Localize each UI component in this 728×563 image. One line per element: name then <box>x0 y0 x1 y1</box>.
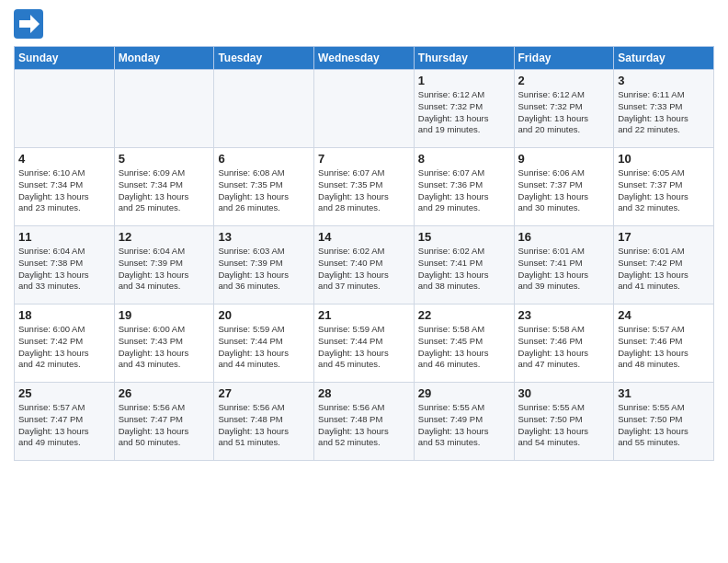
col-header-tuesday: Tuesday <box>214 47 314 70</box>
day-number: 15 <box>418 230 510 244</box>
header-row: SundayMondayTuesdayWednesdayThursdayFrid… <box>15 47 714 70</box>
calendar-cell: 17Sunrise: 6:01 AM Sunset: 7:42 PM Dayli… <box>614 226 714 304</box>
calendar-cell: 6Sunrise: 6:08 AM Sunset: 7:35 PM Daylig… <box>214 148 314 226</box>
day-info: Sunrise: 6:07 AM Sunset: 7:36 PM Dayligh… <box>418 167 510 214</box>
calendar-cell: 22Sunrise: 5:58 AM Sunset: 7:45 PM Dayli… <box>414 304 514 383</box>
calendar-cell: 13Sunrise: 6:03 AM Sunset: 7:39 PM Dayli… <box>214 226 314 304</box>
day-info: Sunrise: 6:05 AM Sunset: 7:37 PM Dayligh… <box>618 167 710 214</box>
day-number: 23 <box>518 308 610 322</box>
day-number: 1 <box>418 74 510 87</box>
day-number: 17 <box>618 230 710 244</box>
calendar-cell: 7Sunrise: 6:07 AM Sunset: 7:35 PM Daylig… <box>314 148 415 226</box>
day-info: Sunrise: 5:59 AM Sunset: 7:44 PM Dayligh… <box>318 324 410 371</box>
col-header-saturday: Saturday <box>614 47 714 70</box>
day-info: Sunrise: 6:06 AM Sunset: 7:37 PM Dayligh… <box>518 167 610 214</box>
day-number: 5 <box>119 152 210 166</box>
col-header-friday: Friday <box>514 47 614 70</box>
calendar-cell: 27Sunrise: 5:56 AM Sunset: 7:48 PM Dayli… <box>214 383 314 461</box>
calendar-cell: 31Sunrise: 5:55 AM Sunset: 7:50 PM Dayli… <box>614 383 714 461</box>
calendar-cell: 3Sunrise: 6:11 AM Sunset: 7:33 PM Daylig… <box>614 70 714 148</box>
day-number: 6 <box>218 152 310 166</box>
header <box>14 9 714 39</box>
calendar-cell <box>114 70 214 148</box>
day-info: Sunrise: 5:55 AM Sunset: 7:50 PM Dayligh… <box>518 402 610 449</box>
calendar-cell: 18Sunrise: 6:00 AM Sunset: 7:42 PM Dayli… <box>15 304 115 383</box>
calendar-cell: 1Sunrise: 6:12 AM Sunset: 7:32 PM Daylig… <box>414 70 514 148</box>
day-info: Sunrise: 6:11 AM Sunset: 7:33 PM Dayligh… <box>618 89 710 136</box>
week-row-4: 18Sunrise: 6:00 AM Sunset: 7:42 PM Dayli… <box>15 304 714 383</box>
calendar-cell: 16Sunrise: 6:01 AM Sunset: 7:41 PM Dayli… <box>514 226 614 304</box>
calendar-cell: 8Sunrise: 6:07 AM Sunset: 7:36 PM Daylig… <box>414 148 514 226</box>
day-info: Sunrise: 5:56 AM Sunset: 7:47 PM Dayligh… <box>119 402 210 449</box>
calendar-cell: 23Sunrise: 5:58 AM Sunset: 7:46 PM Dayli… <box>514 304 614 383</box>
day-info: Sunrise: 6:04 AM Sunset: 7:39 PM Dayligh… <box>119 246 210 293</box>
day-info: Sunrise: 5:57 AM Sunset: 7:46 PM Dayligh… <box>618 324 710 371</box>
day-info: Sunrise: 5:56 AM Sunset: 7:48 PM Dayligh… <box>318 402 410 449</box>
calendar-cell: 26Sunrise: 5:56 AM Sunset: 7:47 PM Dayli… <box>114 383 214 461</box>
calendar-cell: 4Sunrise: 6:10 AM Sunset: 7:34 PM Daylig… <box>15 148 115 226</box>
week-row-3: 11Sunrise: 6:04 AM Sunset: 7:38 PM Dayli… <box>15 226 714 304</box>
day-info: Sunrise: 5:59 AM Sunset: 7:44 PM Dayligh… <box>218 324 310 371</box>
day-info: Sunrise: 6:09 AM Sunset: 7:34 PM Dayligh… <box>119 167 210 214</box>
calendar-cell: 29Sunrise: 5:55 AM Sunset: 7:49 PM Dayli… <box>414 383 514 461</box>
day-number: 22 <box>418 308 510 322</box>
col-header-thursday: Thursday <box>414 47 514 70</box>
day-number: 11 <box>18 230 110 244</box>
calendar-cell: 10Sunrise: 6:05 AM Sunset: 7:37 PM Dayli… <box>614 148 714 226</box>
day-info: Sunrise: 6:01 AM Sunset: 7:42 PM Dayligh… <box>618 246 710 293</box>
day-info: Sunrise: 6:08 AM Sunset: 7:35 PM Dayligh… <box>218 167 310 214</box>
day-number: 12 <box>119 230 210 244</box>
day-number: 20 <box>218 308 310 322</box>
calendar-cell <box>15 70 115 148</box>
day-info: Sunrise: 6:02 AM Sunset: 7:41 PM Dayligh… <box>418 246 510 293</box>
day-number: 3 <box>618 74 710 87</box>
calendar-cell <box>214 70 314 148</box>
day-info: Sunrise: 6:10 AM Sunset: 7:34 PM Dayligh… <box>18 167 110 214</box>
day-number: 27 <box>218 386 310 400</box>
day-info: Sunrise: 5:58 AM Sunset: 7:45 PM Dayligh… <box>418 324 510 371</box>
calendar-cell: 11Sunrise: 6:04 AM Sunset: 7:38 PM Dayli… <box>15 226 115 304</box>
logo <box>14 9 47 39</box>
calendar-cell: 2Sunrise: 6:12 AM Sunset: 7:32 PM Daylig… <box>514 70 614 148</box>
week-row-1: 1Sunrise: 6:12 AM Sunset: 7:32 PM Daylig… <box>15 70 714 148</box>
calendar-cell: 12Sunrise: 6:04 AM Sunset: 7:39 PM Dayli… <box>114 226 214 304</box>
calendar-cell: 24Sunrise: 5:57 AM Sunset: 7:46 PM Dayli… <box>614 304 714 383</box>
day-info: Sunrise: 5:55 AM Sunset: 7:50 PM Dayligh… <box>618 402 710 449</box>
day-number: 29 <box>418 386 510 400</box>
day-info: Sunrise: 5:55 AM Sunset: 7:49 PM Dayligh… <box>418 402 510 449</box>
day-info: Sunrise: 6:00 AM Sunset: 7:42 PM Dayligh… <box>18 324 110 371</box>
day-info: Sunrise: 5:57 AM Sunset: 7:47 PM Dayligh… <box>18 402 110 449</box>
day-info: Sunrise: 6:03 AM Sunset: 7:39 PM Dayligh… <box>218 246 310 293</box>
day-info: Sunrise: 5:56 AM Sunset: 7:48 PM Dayligh… <box>218 402 310 449</box>
calendar-cell: 9Sunrise: 6:06 AM Sunset: 7:37 PM Daylig… <box>514 148 614 226</box>
day-number: 18 <box>18 308 110 322</box>
day-info: Sunrise: 6:01 AM Sunset: 7:41 PM Dayligh… <box>518 246 610 293</box>
day-number: 16 <box>518 230 610 244</box>
day-info: Sunrise: 6:12 AM Sunset: 7:32 PM Dayligh… <box>418 89 510 136</box>
day-info: Sunrise: 6:02 AM Sunset: 7:40 PM Dayligh… <box>318 246 410 293</box>
calendar-cell: 20Sunrise: 5:59 AM Sunset: 7:44 PM Dayli… <box>214 304 314 383</box>
calendar-cell: 21Sunrise: 5:59 AM Sunset: 7:44 PM Dayli… <box>314 304 415 383</box>
day-number: 13 <box>218 230 310 244</box>
day-number: 2 <box>518 74 610 87</box>
day-info: Sunrise: 6:07 AM Sunset: 7:35 PM Dayligh… <box>318 167 410 214</box>
logo-icon <box>14 9 43 39</box>
day-number: 14 <box>318 230 410 244</box>
calendar-cell: 14Sunrise: 6:02 AM Sunset: 7:40 PM Dayli… <box>314 226 415 304</box>
calendar-cell: 30Sunrise: 5:55 AM Sunset: 7:50 PM Dayli… <box>514 383 614 461</box>
col-header-sunday: Sunday <box>15 47 115 70</box>
calendar-cell: 15Sunrise: 6:02 AM Sunset: 7:41 PM Dayli… <box>414 226 514 304</box>
day-number: 28 <box>318 386 410 400</box>
week-row-5: 25Sunrise: 5:57 AM Sunset: 7:47 PM Dayli… <box>15 383 714 461</box>
col-header-wednesday: Wednesday <box>314 47 415 70</box>
calendar-table: SundayMondayTuesdayWednesdayThursdayFrid… <box>14 46 714 461</box>
calendar-cell: 19Sunrise: 6:00 AM Sunset: 7:43 PM Dayli… <box>114 304 214 383</box>
day-number: 25 <box>18 386 110 400</box>
day-number: 9 <box>518 152 610 166</box>
day-number: 4 <box>18 152 110 166</box>
day-number: 7 <box>318 152 410 166</box>
calendar-cell: 25Sunrise: 5:57 AM Sunset: 7:47 PM Dayli… <box>15 383 115 461</box>
page-container: SundayMondayTuesdayWednesdayThursdayFrid… <box>0 0 728 465</box>
calendar-cell <box>314 70 415 148</box>
day-info: Sunrise: 6:12 AM Sunset: 7:32 PM Dayligh… <box>518 89 610 136</box>
